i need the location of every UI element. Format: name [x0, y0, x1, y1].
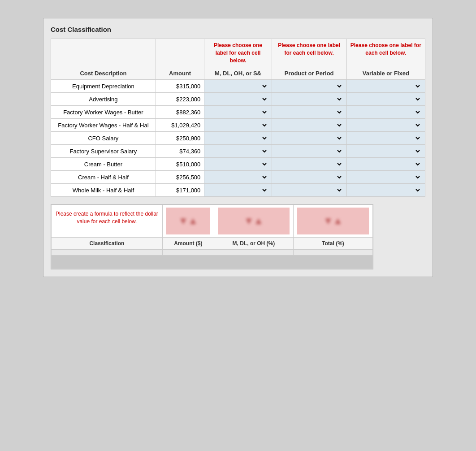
row-pp-select-1[interactable]: Product Period: [272, 93, 346, 106]
bottom-header-amount: Amount ($): [162, 238, 214, 250]
m-select-5[interactable]: M DL OH S&A: [208, 147, 268, 155]
pp-select-1[interactable]: Product Period: [276, 95, 343, 103]
pp-select-8[interactable]: Product Period: [276, 186, 343, 194]
row-pp-select-5[interactable]: Product Period: [272, 145, 346, 158]
row-desc-3: Factory Worker Wages - Half & Hal: [51, 119, 156, 132]
table-row: Factory Worker Wages - Butter $882,360 M…: [51, 106, 425, 119]
row-vf-select-1[interactable]: Variable Fixed: [346, 93, 425, 106]
m-select-7[interactable]: M DL OH S&A: [208, 173, 268, 181]
row-desc-7: Cream - Half & Half: [51, 171, 156, 184]
row-vf-select-3[interactable]: Variable Fixed: [346, 119, 425, 132]
vf-select-4[interactable]: Variable Fixed: [351, 134, 421, 142]
pp-select-4[interactable]: Product Period: [276, 134, 343, 142]
row-m-select-1[interactable]: M DL OH S&A: [204, 93, 272, 106]
summary-total-1: [293, 250, 372, 256]
pp-select-0[interactable]: Product Period: [276, 82, 343, 90]
row-desc-5: Factory Supervisor Salary: [51, 145, 156, 158]
subheader-pp: Product or Period: [272, 67, 346, 80]
row-vf-select-5[interactable]: Variable Fixed: [346, 145, 425, 158]
summary-m-1: [214, 250, 293, 256]
header-pp-instruction: Please choose one label for each cell be…: [272, 39, 346, 67]
blurred-amount-1: ▼▲: [166, 208, 210, 234]
m-select-3[interactable]: M DL OH S&A: [208, 121, 268, 129]
row-m-select-5[interactable]: M DL OH S&A: [204, 145, 272, 158]
vf-select-6[interactable]: Variable Fixed: [351, 160, 421, 168]
vf-select-5[interactable]: Variable Fixed: [351, 147, 421, 155]
row-vf-select-7[interactable]: Variable Fixed: [346, 171, 425, 184]
row-m-select-2[interactable]: M DL OH S&A: [204, 106, 272, 119]
blurred-m-1: ▼▲: [218, 208, 290, 234]
row-amount-2: $882,360: [156, 106, 204, 119]
m-select-6[interactable]: M DL OH S&A: [208, 160, 268, 168]
m-select-1[interactable]: M DL OH S&A: [208, 95, 268, 103]
header-vf-instruction: Please choose one label for each cell be…: [346, 39, 425, 67]
row-pp-select-8[interactable]: Product Period: [272, 184, 346, 197]
row-m-select-6[interactable]: M DL OH S&A: [204, 158, 272, 171]
row-amount-4: $250,900: [156, 132, 204, 145]
pp-select-5[interactable]: Product Period: [276, 147, 343, 155]
row-pp-select-0[interactable]: Product Period: [272, 80, 346, 93]
table-row: Cream - Half & Half $256,500 M DL OH S&A…: [51, 171, 425, 184]
row-pp-select-4[interactable]: Product Period: [272, 132, 346, 145]
table-row: Cream - Butter $510,000 M DL OH S&A Prod…: [51, 158, 425, 171]
pp-select-3[interactable]: Product Period: [276, 121, 343, 129]
row-m-select-3[interactable]: M DL OH S&A: [204, 119, 272, 132]
m-select-4[interactable]: M DL OH S&A: [208, 134, 268, 142]
vf-select-7[interactable]: Variable Fixed: [351, 173, 421, 181]
row-vf-select-0[interactable]: Variable Fixed: [346, 80, 425, 93]
header-cost-desc: [51, 39, 156, 67]
row-amount-7: $256,500: [156, 171, 204, 184]
footer-cell: [52, 256, 373, 269]
row-vf-select-8[interactable]: Variable Fixed: [346, 184, 425, 197]
pp-select-2[interactable]: Product Period: [276, 108, 343, 116]
m-select-8[interactable]: M DL OH S&A: [208, 186, 268, 194]
row-amount-6: $510,000: [156, 158, 204, 171]
summary-value-1: [162, 250, 214, 256]
row-m-select-7[interactable]: M DL OH S&A: [204, 171, 272, 184]
row-amount-5: $74,360: [156, 145, 204, 158]
row-pp-select-7[interactable]: Product Period: [272, 171, 346, 184]
pp-select-6[interactable]: Product Period: [276, 160, 343, 168]
bottom-section: Please create a formula to reflect the d…: [51, 204, 373, 269]
bottom-header-total: Total (%): [293, 238, 372, 250]
m-select-0[interactable]: M DL OH S&A: [208, 82, 268, 90]
bottom-header-m: M, DL, or OH (%): [214, 238, 293, 250]
vf-select-3[interactable]: Variable Fixed: [351, 121, 421, 129]
bottom-header-classification: Classification: [52, 238, 163, 250]
row-pp-select-3[interactable]: Product Period: [272, 119, 346, 132]
row-amount-8: $171,000: [156, 184, 204, 197]
bottom-table: Please create a formula to reflect the d…: [51, 204, 373, 269]
row-vf-select-6[interactable]: Variable Fixed: [346, 158, 425, 171]
header-m-instruction: Please choose one label for each cell be…: [204, 39, 272, 67]
bottom-m-instruction-cell: ▼▲: [214, 205, 293, 238]
main-container: Cost Classification Please choose one la…: [43, 18, 433, 277]
row-desc-8: Whole Milk - Half & Half: [51, 184, 156, 197]
table-row: Advertising $223,000 M DL OH S&A Product…: [51, 93, 425, 106]
footer-row: [52, 256, 373, 269]
summary-label-1: [52, 250, 163, 256]
row-pp-select-6[interactable]: Product Period: [272, 158, 346, 171]
bottom-instruction-amount: Please create a formula to reflect the d…: [52, 205, 163, 238]
pp-select-7[interactable]: Product Period: [276, 173, 343, 181]
vf-select-0[interactable]: Variable Fixed: [351, 82, 421, 90]
row-vf-select-4[interactable]: Variable Fixed: [346, 132, 425, 145]
vf-select-8[interactable]: Variable Fixed: [351, 186, 421, 194]
row-m-select-0[interactable]: M DL OH S&A: [204, 80, 272, 93]
bottom-pp-instruction-cell: ▼▲: [293, 205, 372, 238]
row-desc-0: Equipment Depreciation: [51, 80, 156, 93]
row-desc-6: Cream - Butter: [51, 158, 156, 171]
row-m-select-8[interactable]: M DL OH S&A: [204, 184, 272, 197]
page-title: Cost Classification: [51, 26, 425, 33]
row-vf-select-2[interactable]: Variable Fixed: [346, 106, 425, 119]
table-row: CFO Salary $250,900 M DL OH S&A Product …: [51, 132, 425, 145]
table-row: Factory Worker Wages - Half & Hal $1,029…: [51, 119, 425, 132]
subheader-amount: Amount: [156, 67, 204, 80]
row-desc-4: CFO Salary: [51, 132, 156, 145]
row-pp-select-2[interactable]: Product Period: [272, 106, 346, 119]
m-select-2[interactable]: M DL OH S&A: [208, 108, 268, 116]
vf-select-2[interactable]: Variable Fixed: [351, 108, 421, 116]
cost-classification-table: Please choose one label for each cell be…: [51, 39, 425, 197]
summary-row-1: [52, 250, 373, 256]
vf-select-1[interactable]: Variable Fixed: [351, 95, 421, 103]
row-m-select-4[interactable]: M DL OH S&A: [204, 132, 272, 145]
